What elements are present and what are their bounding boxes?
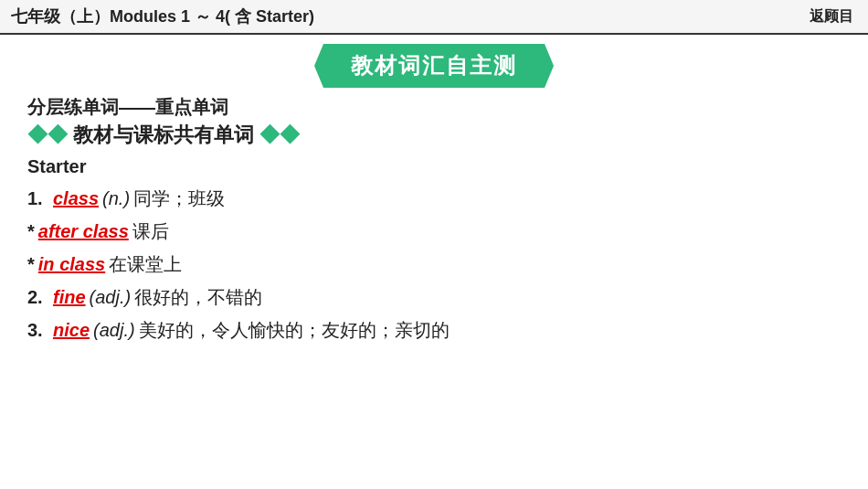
pos-nice: (adj.) (93, 316, 135, 344)
vocab-entry-fine: 2. fine (adj.) 很好的，不错的 (27, 283, 841, 311)
asterisk-after-class: * (27, 218, 35, 245)
section-subheading: ◆◆ 教材与课标共有单词 ◆◆ (27, 122, 841, 149)
def-nice: 美好的，令人愉快的；友好的；亲切的 (139, 316, 450, 344)
header-bar: 七年级（上）Modules 1 ～ 4( 含 Starter) 返顾目 (0, 0, 868, 35)
starter-label: Starter (27, 156, 841, 177)
underline-fine: fine (53, 283, 86, 311)
def-fine: 很好的，不错的 (134, 283, 262, 311)
header-title: 七年级（上）Modules 1 ～ 4( 含 Starter) (11, 5, 314, 27)
diamond-left: ◆◆ (27, 123, 68, 146)
vocab-entry-after-class: * after class 课后 (27, 218, 841, 245)
vocab-entry-nice: 3. nice (adj.) 美好的，令人愉快的；友好的；亲切的 (27, 316, 841, 344)
underline-class: class (53, 185, 99, 212)
def-after-class: 课后 (132, 218, 169, 245)
def-class: 同学；班级 (133, 185, 225, 212)
def-in-class: 在课堂上 (109, 250, 182, 278)
banner-box: 教材词汇自主测 (314, 44, 554, 88)
banner-text: 教材词汇自主测 (351, 53, 517, 78)
subheading-text: 教材与课标共有单词 (73, 123, 259, 146)
back-button[interactable]: 返顾目 (810, 7, 853, 27)
diamond-right: ◆◆ (259, 123, 300, 146)
entry-num-3: 3. (27, 316, 49, 344)
main-content: 教材词汇自主测 分层练单词——重点单词 ◆◆ 教材与课标共有单词 ◆◆ Star… (0, 44, 868, 358)
banner-container: 教材词汇自主测 (27, 44, 841, 88)
underline-in-class: in class (38, 250, 105, 278)
entry-num-2: 2. (27, 283, 49, 311)
vocab-entry-in-class: * in class 在课堂上 (27, 250, 841, 278)
vocab-entry-class: 1. class (n.) 同学；班级 (27, 185, 841, 212)
underline-nice: nice (53, 316, 90, 344)
pos-class: (n.) (102, 185, 130, 212)
pos-fine: (adj.) (90, 283, 132, 311)
page-container: 七年级（上）Modules 1 ～ 4( 含 Starter) 返顾目 教材词汇… (0, 0, 868, 489)
asterisk-in-class: * (27, 250, 35, 278)
underline-after-class: after class (38, 218, 129, 245)
entry-num-1: 1. (27, 185, 49, 212)
section-heading: 分层练单词——重点单词 (27, 95, 841, 120)
